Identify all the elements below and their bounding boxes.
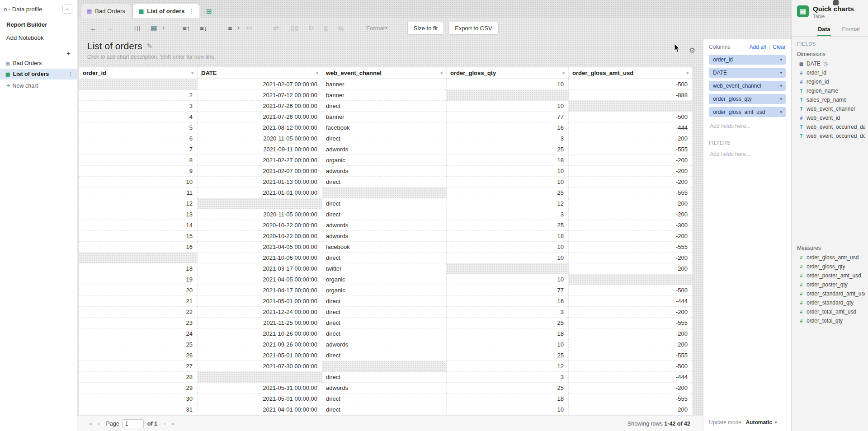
table-row[interactable]: 222021-12-24 00:00:00direct3-200 <box>79 307 693 318</box>
table-cell[interactable]: direct <box>322 307 447 318</box>
field-item[interactable]: #order_total_amt_usd <box>792 307 868 316</box>
table-row[interactable]: 132020-11-05 00:00:00direct3-200 <box>79 209 693 220</box>
table-cell[interactable]: 10 <box>447 79 569 90</box>
table-cell[interactable]: organic <box>322 285 447 296</box>
filters-add-fields-dropzone[interactable]: Add fields here... <box>709 148 786 158</box>
table-cell[interactable]: adwords <box>322 231 447 242</box>
table-cell[interactable]: adwords <box>322 339 447 350</box>
new-tab-button[interactable]: ⊞ <box>202 5 217 18</box>
table-cell[interactable]: direct <box>322 198 447 209</box>
table-cell[interactable]: 2021-08-12 00:00:00 <box>198 122 322 133</box>
table-cell[interactable]: direct <box>322 296 447 307</box>
update-mode-dropdown[interactable]: Automatic <box>745 419 772 426</box>
add-chart-plus-icon[interactable]: + <box>66 51 71 56</box>
table-cell[interactable]: 2021-12-24 00:00:00 <box>198 307 322 318</box>
table-cell[interactable]: twitter <box>322 263 447 274</box>
scrollbar-thumb[interactable] <box>833 0 839 5</box>
table-row[interactable]: 232021-11-25 00:00:00direct25-555 <box>79 318 693 328</box>
table-cell[interactable]: -200 <box>569 209 693 220</box>
chart-description-placeholder[interactable]: Click to add chart description. Shift-en… <box>87 54 703 60</box>
table-cell[interactable] <box>198 372 322 383</box>
table-row[interactable]: 212021-05-01 00:00:00direct16-444 <box>79 296 693 307</box>
sidebar-item-list-of-orders[interactable]: ▦ List of orders ⋮ <box>0 69 77 80</box>
table-cell[interactable]: 77 <box>447 112 569 122</box>
export-csv-button[interactable]: Export to CSV <box>448 22 498 35</box>
table-cell[interactable] <box>322 187 447 198</box>
table-cell[interactable]: 24 <box>79 328 198 339</box>
chart-title[interactable]: List of orders <box>87 41 142 52</box>
column-pill[interactable]: order_id▾ <box>709 55 786 65</box>
field-item[interactable]: Tweb_event_occurred_date <box>792 122 868 131</box>
table-row[interactable]: 92021-02-07 00:00:00adwords10-200 <box>79 166 693 177</box>
new-chart-button[interactable]: + New chart <box>0 80 77 92</box>
table-cell[interactable]: 2021-05-01 00:00:00 <box>198 394 322 404</box>
edit-title-icon[interactable]: ✎ <box>146 42 152 50</box>
table-cell[interactable]: 12 <box>447 361 569 372</box>
table-cell[interactable]: 31 <box>79 404 198 415</box>
table-cell[interactable] <box>569 274 693 285</box>
table-row[interactable]: 292021-05-31 00:00:00adwords25-200 <box>79 383 693 394</box>
merge-cells-icon[interactable]: ↦ <box>244 23 255 33</box>
add-all-link[interactable]: Add all <box>749 44 766 50</box>
table-cell[interactable]: 2021-09-26 00:00:00 <box>198 339 322 350</box>
tab-data[interactable]: Data <box>817 24 831 36</box>
table-cell[interactable]: -200 <box>569 133 693 144</box>
table-cell[interactable]: 3 <box>447 372 569 383</box>
table-cell[interactable]: 16 <box>447 122 569 133</box>
table-cell[interactable]: -555 <box>569 318 693 328</box>
column-pill[interactable]: order_gloss_qty▾ <box>709 94 786 104</box>
table-cell[interactable]: direct <box>322 133 447 144</box>
table-cell[interactable]: 9 <box>79 166 198 177</box>
table-cell[interactable] <box>447 263 569 274</box>
table-row[interactable]: 312021-04-01 00:00:00direct10-200 <box>79 404 693 415</box>
sort-descending-icon[interactable]: ≡↓ <box>197 23 210 33</box>
chevron-down-icon[interactable]: ▾ <box>440 71 443 75</box>
undo-icon[interactable]: ← <box>87 23 99 33</box>
table-cell[interactable]: direct <box>322 404 447 415</box>
redo-icon[interactable]: → <box>104 23 116 33</box>
table-cell[interactable]: facebook <box>322 242 447 253</box>
currency-icon[interactable]: $ <box>321 23 330 33</box>
column-header[interactable]: order_gloss_qty▾ <box>447 67 569 79</box>
table-row[interactable]: 12direct12-200 <box>79 198 693 209</box>
field-item[interactable]: Tsales_rep_name <box>792 95 868 104</box>
report-builder-link[interactable]: Report Builder <box>0 18 77 31</box>
tab-format[interactable]: Format <box>841 24 861 36</box>
tab-list-of-orders[interactable]: ▦ List of orders ⋮ <box>133 4 200 18</box>
column-pill[interactable]: web_event_channel▾ <box>709 81 786 91</box>
kebab-menu-icon[interactable]: ⋮ <box>189 8 194 14</box>
table-cell[interactable]: 2021-07-26 00:00:00 <box>198 101 322 112</box>
table-row[interactable]: 82021-02-27 00:00:00organic18-200 <box>79 155 693 166</box>
table-cell[interactable]: 21 <box>79 296 198 307</box>
table-cell[interactable]: 2021-07-26 00:00:00 <box>198 112 322 122</box>
table-cell[interactable]: -555 <box>569 144 693 155</box>
table-cell[interactable]: 2021-04-05 00:00:00 <box>198 242 322 253</box>
insert-table-icon[interactable]: ▦ <box>148 23 160 33</box>
table-cell[interactable]: 2021-10-06 00:00:00 <box>198 253 322 263</box>
table-cell[interactable]: direct <box>322 177 447 187</box>
table-cell[interactable]: direct <box>322 372 447 383</box>
field-item[interactable]: Tweb_event_channel <box>792 104 868 113</box>
table-cell[interactable]: 25 <box>447 318 569 328</box>
table-cell[interactable]: 10 <box>447 274 569 285</box>
first-page-icon[interactable]: « <box>86 420 95 427</box>
table-cell[interactable]: -200 <box>569 339 693 350</box>
table-cell[interactable]: -500 <box>569 79 693 90</box>
field-item[interactable]: Tweb_event_occurred_do_w_n <box>792 131 868 141</box>
table-cell[interactable]: 16 <box>447 296 569 307</box>
table-cell[interactable]: -500 <box>569 112 693 122</box>
table-cell[interactable]: -555 <box>569 242 693 253</box>
table-style-icon[interactable]: ◫ <box>132 23 143 33</box>
table-cell[interactable]: 2020-10-22 00:00:00 <box>198 220 322 231</box>
chevron-down-icon[interactable]: ▾ <box>780 110 782 114</box>
column-header[interactable]: order_id▾ <box>79 67 198 79</box>
last-page-icon[interactable]: » <box>168 420 177 427</box>
table-cell[interactable]: 30 <box>79 394 198 404</box>
clear-link[interactable]: Clear <box>773 44 786 50</box>
table-cell[interactable]: banner <box>322 112 447 122</box>
table-cell[interactable]: 10 <box>447 177 569 187</box>
table-row[interactable]: 192021-04-05 00:00:00organic10 <box>79 274 693 285</box>
table-cell[interactable]: -555 <box>569 187 693 198</box>
table-cell[interactable]: 2021-09-11 00:00:00 <box>198 144 322 155</box>
prev-page-icon[interactable]: ‹ <box>95 420 102 427</box>
